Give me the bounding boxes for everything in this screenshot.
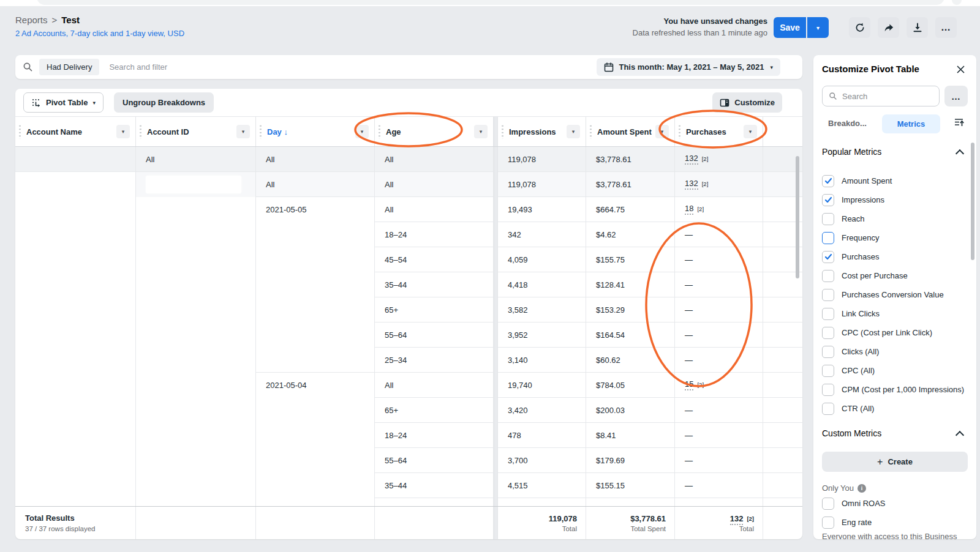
unchecked-checkbox[interactable] <box>822 308 834 320</box>
unchecked-checkbox[interactable] <box>822 346 834 358</box>
column-menu-caret-icon[interactable]: ▾ <box>744 125 757 138</box>
more-options-button[interactable]: … <box>935 17 957 38</box>
unchecked-checkbox[interactable] <box>822 403 834 415</box>
save-button[interactable]: Save <box>774 17 806 38</box>
column-menu-caret-icon[interactable]: ▾ <box>474 125 488 138</box>
popular-metric-item[interactable]: CTR (All) <box>813 399 976 418</box>
drag-handle-icon[interactable] <box>140 124 141 139</box>
share-button[interactable] <box>878 17 899 38</box>
unchecked-checkbox[interactable] <box>822 232 834 244</box>
column-menu-caret-icon[interactable]: ▾ <box>567 125 580 138</box>
close-panel-button[interactable] <box>954 63 967 75</box>
breadcrumb-reports-link[interactable]: Reports <box>15 15 48 25</box>
check-icon <box>824 177 832 185</box>
info-icon[interactable]: i <box>858 484 866 493</box>
purchases-value[interactable]: 132 <box>685 179 698 190</box>
drag-handle-icon[interactable] <box>590 124 592 139</box>
cell-account-name <box>15 222 136 247</box>
popular-metric-item[interactable]: Amount Spent <box>813 171 976 190</box>
column-header-day[interactable]: Day ↓▾ <box>256 117 375 146</box>
popular-metric-item[interactable]: CPC (Cost per Link Click) <box>813 323 976 342</box>
purchases-value[interactable]: 15 <box>685 379 693 390</box>
save-options-caret-button[interactable]: ▾ <box>807 17 829 38</box>
column-menu-caret-icon[interactable]: ▾ <box>236 125 250 138</box>
export-download-button[interactable] <box>907 17 928 38</box>
view-type-dropdown[interactable]: Pivot Table ▾ <box>23 92 104 113</box>
unchecked-checkbox[interactable] <box>822 517 834 529</box>
column-menu-caret-icon[interactable]: ▾ <box>655 125 669 138</box>
date-range-button[interactable]: This month: May 1, 2021 – May 5, 2021 ▾ <box>597 58 780 76</box>
report-settings-link[interactable]: 2 Ad Accounts, 7-day click and 1-day vie… <box>15 29 184 38</box>
drag-handle-icon[interactable] <box>679 124 680 139</box>
popular-metric-item[interactable]: Reach <box>813 209 976 228</box>
collapse-popular-chevron-icon[interactable] <box>956 149 964 158</box>
purchases-value[interactable]: 132 <box>685 154 698 165</box>
metric-label: Purchases Conversion Value <box>842 290 944 299</box>
checked-checkbox[interactable] <box>822 251 834 263</box>
metric-label: CTR (All) <box>842 404 874 413</box>
popular-metric-item[interactable]: Frequency <box>813 228 976 247</box>
cell-day <box>256 423 375 448</box>
popular-metric-item[interactable]: CPM (Cost per 1,000 Impressions) <box>813 380 976 399</box>
tab-metrics[interactable]: Metrics <box>882 114 940 133</box>
table-scrollbar-thumb[interactable] <box>796 156 799 278</box>
column-header-pur[interactable]: Purchases▾ <box>675 117 763 146</box>
customize-button[interactable]: Customize <box>712 92 782 113</box>
unchecked-checkbox[interactable] <box>822 327 834 339</box>
column-header-age[interactable]: Age▾ <box>375 117 494 146</box>
checked-checkbox[interactable] <box>822 175 834 187</box>
sidebar-scrollbar-thumb[interactable] <box>971 143 974 260</box>
drag-handle-icon[interactable] <box>260 124 262 139</box>
caret-down-icon: ▾ <box>92 100 96 106</box>
cell-age: All <box>375 197 494 222</box>
panel-more-options-button[interactable]: … <box>944 86 968 106</box>
cell-age: 65+ <box>375 398 494 423</box>
create-custom-metric-button[interactable]: + Create <box>822 452 968 472</box>
tab-breakdowns[interactable]: Breakdo... <box>828 119 867 128</box>
popular-metric-item[interactable]: Purchases <box>813 247 976 266</box>
cell-age: 25–34 <box>375 348 494 373</box>
collapse-custom-chevron-icon[interactable] <box>956 431 964 439</box>
purchases-value[interactable]: 18 <box>685 204 693 215</box>
popular-metric-item[interactable]: Cost per Purchase <box>813 266 976 285</box>
drag-handle-icon[interactable] <box>19 124 21 139</box>
custom-metric-item[interactable]: Eng rate <box>813 513 976 532</box>
custom-metrics-section-header[interactable]: Custom Metrics <box>822 428 881 438</box>
totals-purchases-value[interactable]: 132 <box>730 514 744 525</box>
unchecked-checkbox[interactable] <box>822 213 834 225</box>
only-you-label: Only You i <box>822 483 866 493</box>
had-delivery-filter-chip[interactable]: Had Delivery <box>39 59 99 75</box>
checked-checkbox[interactable] <box>822 194 834 206</box>
column-header-account-id[interactable]: Account ID▾ <box>136 117 256 146</box>
sort-metrics-button[interactable] <box>954 117 965 130</box>
column-menu-caret-icon[interactable]: ▾ <box>355 125 369 138</box>
cell-spent: $60.62 <box>586 348 675 373</box>
unchecked-checkbox[interactable] <box>822 289 834 301</box>
refresh-button[interactable] <box>849 17 870 38</box>
ungroup-breakdowns-button[interactable]: Ungroup Breakdowns <box>114 92 214 113</box>
unchecked-checkbox[interactable] <box>822 365 834 377</box>
unchecked-checkbox[interactable] <box>822 270 834 282</box>
custom-metric-item[interactable]: Omni ROAS <box>813 494 976 513</box>
popular-metric-item[interactable]: Purchases Conversion Value <box>813 285 976 304</box>
search-filter-input[interactable]: Search and filter <box>109 62 597 72</box>
cell-account-name <box>15 247 136 272</box>
cell-account-name <box>15 297 136 323</box>
column-header-account-name[interactable]: Account Name▾ <box>15 117 136 146</box>
metric-label: Link Clicks <box>842 309 880 318</box>
column-header-spent[interactable]: Amount Spent▾ <box>586 117 675 146</box>
popular-metric-item[interactable]: Impressions <box>813 190 976 209</box>
column-menu-caret-icon[interactable]: ▾ <box>116 125 130 138</box>
popular-metric-item[interactable]: Clicks (All) <box>813 342 976 361</box>
column-header-imp[interactable]: Impressions▾ <box>498 117 586 146</box>
unchecked-checkbox[interactable] <box>822 498 834 510</box>
popular-metric-item[interactable]: Link Clicks <box>813 304 976 323</box>
drag-handle-icon[interactable] <box>379 124 380 139</box>
table-totals-row: Total Results37 / 37 rows displayed119,0… <box>15 506 802 539</box>
drag-handle-icon[interactable] <box>502 124 503 139</box>
panel-title: Customize Pivot Table <box>822 64 919 74</box>
popular-metrics-section-header[interactable]: Popular Metrics <box>822 147 881 157</box>
metrics-search-input[interactable]: Search <box>822 86 940 106</box>
popular-metric-item[interactable]: CPC (All) <box>813 361 976 380</box>
unchecked-checkbox[interactable] <box>822 384 834 396</box>
